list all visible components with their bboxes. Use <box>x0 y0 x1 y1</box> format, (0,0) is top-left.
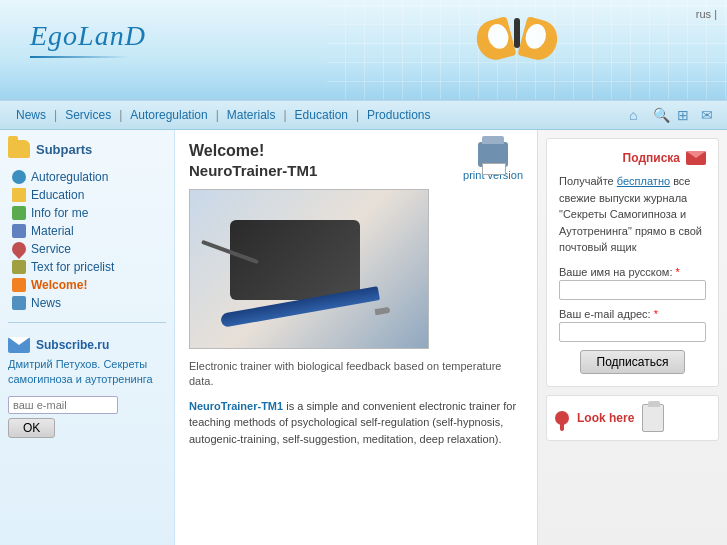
clipboard-icon <box>642 404 664 432</box>
search-icon[interactable]: 🔍 <box>653 107 669 123</box>
sidebar-item-material[interactable]: Material <box>8 222 166 240</box>
printer-icon <box>478 142 508 167</box>
subscribe-section: Subscribe.ru Дмитрий Петухов. Секреты са… <box>8 333 166 442</box>
main-layout: Subparts Autoregulation Education Info f… <box>0 130 727 545</box>
sidebar-item-label: Education <box>31 188 84 202</box>
sidebar-item-label: Autoregulation <box>31 170 108 184</box>
required-email-star: * <box>654 308 658 320</box>
sidebar-divider <box>8 322 166 323</box>
navbar: News | Services | Autoregulation | Mater… <box>0 100 727 130</box>
name-label: Ваше имя на русском: * <box>559 266 706 278</box>
nav-item-education[interactable]: Education <box>289 106 354 124</box>
bookmark-icon[interactable]: ⊞ <box>677 107 693 123</box>
lang-bar[interactable]: rus | <box>696 8 717 20</box>
logo[interactable]: EgoLanD <box>30 20 146 52</box>
butterfly-decoration <box>477 10 557 70</box>
info-icon <box>12 206 26 220</box>
sidebar: Subparts Autoregulation Education Info f… <box>0 130 175 545</box>
nav-icons: ⌂ 🔍 ⊞ ✉ <box>629 107 717 123</box>
email-label: Ваш e-mail адрес: * <box>559 308 706 320</box>
subscription-mail-icon <box>686 151 706 165</box>
logo-underline <box>30 56 130 58</box>
nav-item-autoregulation[interactable]: Autoregulation <box>124 106 213 124</box>
subscription-panel: Подписка Получайте бесплатно все свежие … <box>546 138 719 387</box>
news-icon <box>12 296 26 310</box>
product-detail: NeuroTrainer-TM1 is a simple and conveni… <box>189 398 523 448</box>
subscription-email-input[interactable] <box>559 322 706 342</box>
sidebar-email-input[interactable] <box>8 396 118 414</box>
material-icon <box>12 224 26 238</box>
nav-sep-1: | <box>54 108 57 122</box>
folder-icon <box>8 140 30 158</box>
subscription-header: Подписка <box>559 151 706 165</box>
folder-small-icon <box>12 188 26 202</box>
nav-item-materials[interactable]: Materials <box>221 106 282 124</box>
subscribe-mail-icon <box>8 337 30 353</box>
welcome-icon <box>12 278 26 292</box>
subscription-title: Подписка <box>623 151 680 165</box>
sidebar-item-label: Info for me <box>31 206 88 220</box>
sidebar-item-education[interactable]: Education <box>8 186 166 204</box>
sidebar-item-label: Welcome! <box>31 278 87 292</box>
product-description: Electronic trainer with biological feedb… <box>189 359 523 390</box>
sidebar-item-service[interactable]: Service <box>8 240 166 258</box>
sidebar-item-news[interactable]: News <box>8 294 166 312</box>
ok-button[interactable]: OK <box>8 418 55 438</box>
text-icon <box>12 260 26 274</box>
nav-sep-4: | <box>283 108 286 122</box>
sidebar-item-info[interactable]: Info for me <box>8 204 166 222</box>
sidebar-item-welcome[interactable]: Welcome! <box>8 276 166 294</box>
header: EgoLanD rus | <box>0 0 727 100</box>
subparts-header: Subparts <box>8 140 166 158</box>
sidebar-item-label: Text for pricelist <box>31 260 114 274</box>
pin-icon <box>555 411 569 425</box>
home-icon[interactable]: ⌂ <box>629 107 645 123</box>
sidebar-item-label: Service <box>31 242 71 256</box>
butterfly-right-wing <box>517 16 561 64</box>
subscribe-title: Subscribe.ru <box>36 338 109 352</box>
mail-icon[interactable]: ✉ <box>701 107 717 123</box>
sidebar-item-label: News <box>31 296 61 310</box>
right-panel: Подписка Получайте бесплатно все свежие … <box>537 130 727 545</box>
subparts-title: Subparts <box>36 142 92 157</box>
free-link: бесплатно <box>617 175 670 187</box>
pen-tip <box>375 307 391 316</box>
nav-item-news[interactable]: News <box>10 106 52 124</box>
content-area: print version Welcome! NeuroTrainer-TM1 … <box>175 130 537 545</box>
sidebar-item-label: Material <box>31 224 74 238</box>
subscription-text: Получайте бесплатно все свежие выпуски ж… <box>559 173 706 256</box>
look-here-panel: Look here <box>546 395 719 441</box>
nav-item-productions[interactable]: Productions <box>361 106 436 124</box>
look-here-title: Look here <box>577 411 634 425</box>
globe-icon <box>12 170 26 184</box>
sidebar-item-autoregulation[interactable]: Autoregulation <box>8 168 166 186</box>
nav-sep-3: | <box>216 108 219 122</box>
subscribe-button[interactable]: Подписаться <box>580 350 686 374</box>
butterfly-left-wing <box>472 16 516 64</box>
nav-sep-2: | <box>119 108 122 122</box>
sidebar-item-pricelist[interactable]: Text for pricelist <box>8 258 166 276</box>
nav-item-services[interactable]: Services <box>59 106 117 124</box>
product-image <box>189 189 429 349</box>
name-input[interactable] <box>559 280 706 300</box>
print-version-button[interactable]: print version <box>463 142 523 181</box>
product-link[interactable]: NeuroTrainer-TM1 <box>189 400 283 412</box>
service-icon <box>9 239 29 259</box>
required-star: * <box>676 266 680 278</box>
subscribe-link[interactable]: Дмитрий Петухов. Секреты самогипноза и а… <box>8 357 166 388</box>
subscribe-icon-row: Subscribe.ru <box>8 337 166 353</box>
nav-sep-5: | <box>356 108 359 122</box>
butterfly-body <box>514 18 520 48</box>
